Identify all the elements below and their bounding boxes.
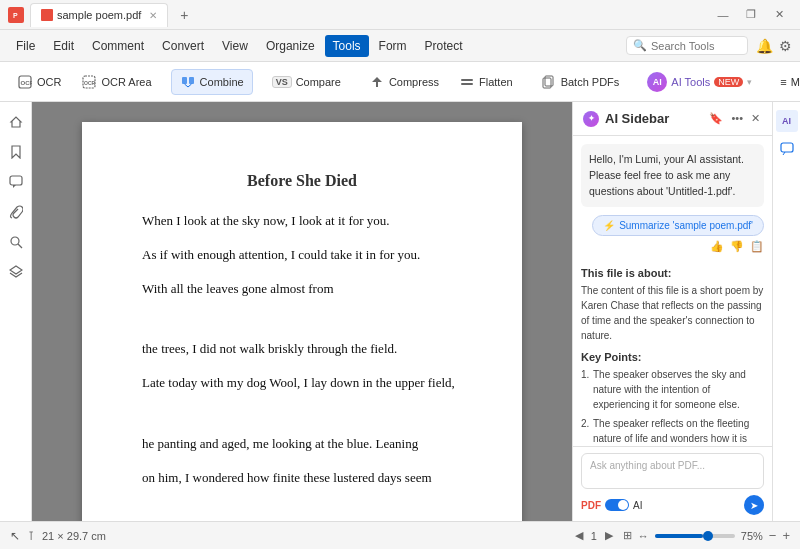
menu-edit[interactable]: Edit [45, 35, 82, 57]
menu-protect[interactable]: Protect [417, 35, 471, 57]
thumbs-up-btn[interactable]: 👍 [710, 240, 724, 253]
ai-label-bottom: AI [633, 500, 642, 511]
ai-tools-btn[interactable]: AI AI Tools NEW ▾ [638, 67, 761, 97]
prev-page-btn[interactable]: ◀ [571, 528, 587, 543]
summarize-icon: ⚡ [603, 220, 615, 231]
menu-convert[interactable]: Convert [154, 35, 212, 57]
sidebar-home-icon[interactable] [4, 110, 28, 134]
next-page-btn[interactable]: ▶ [601, 528, 617, 543]
svg-rect-2 [41, 9, 53, 21]
ai-file-about-title: This file is about: [581, 267, 764, 279]
status-bar: ↖ ⊺ 21 × 29.7 cm ◀ 1 ▶ ⊞ ↔ 75% − + [0, 521, 800, 549]
combine-btn[interactable]: Combine [171, 69, 253, 95]
more-icon: ≡ [780, 76, 786, 88]
ai-bottom-controls: PDF AI ➤ [581, 495, 764, 515]
svg-text:OCR: OCR [21, 80, 33, 86]
compress-btn[interactable]: Compress [360, 69, 448, 95]
zoom-out-btn[interactable]: − [769, 528, 777, 543]
compare-btn[interactable]: VS Compare [263, 71, 350, 93]
compress-icon [369, 74, 385, 90]
ocr-btn[interactable]: OCR OCR [8, 69, 70, 95]
pdf-para-3: With all the leaves gone almost from the… [142, 278, 462, 360]
toolbar: OCR OCR OCR OCR Area Combine VS Compare … [0, 62, 800, 102]
sidebar-bookmark-icon[interactable] [4, 140, 28, 164]
zoom-in-btn[interactable]: + [782, 528, 790, 543]
ai-send-btn[interactable]: ➤ [744, 495, 764, 515]
page-nav: ◀ 1 ▶ [571, 528, 617, 543]
svg-rect-7 [182, 77, 187, 84]
sidebar-layers-icon[interactable] [4, 260, 28, 284]
ai-badge: NEW [714, 77, 743, 87]
title-bar: P sample poem.pdf ✕ + — ❐ ✕ [0, 0, 800, 30]
pdf-para-2: As if with enough attention, I could tak… [142, 244, 462, 266]
menu-view[interactable]: View [214, 35, 256, 57]
svg-rect-10 [461, 83, 473, 85]
sidebar-search-icon[interactable] [4, 230, 28, 254]
menu-comment[interactable]: Comment [84, 35, 152, 57]
menu-organize[interactable]: Organize [258, 35, 323, 57]
svg-rect-9 [461, 79, 473, 81]
select-icon: ⊺ [28, 529, 34, 543]
ai-more-icon[interactable]: ••• [729, 110, 745, 127]
pdf-para-5: on him, I wondered how finite these lust… [142, 467, 462, 521]
ai-input-field[interactable]: Ask anything about PDF... [581, 453, 764, 489]
ocr-icon: OCR [17, 74, 33, 90]
menu-bar: File Edit Comment Convert View Organize … [0, 30, 800, 62]
search-tools-input[interactable] [651, 40, 741, 52]
batch-pdfs-icon [541, 74, 557, 90]
ocr-area-icon: OCR [81, 74, 97, 90]
flatten-icon [459, 74, 475, 90]
svg-rect-16 [781, 143, 793, 152]
ocr-label: OCR [37, 76, 61, 88]
ai-close-icon[interactable]: ✕ [749, 110, 762, 127]
ai-key-point-2: The speaker reflects on the fleeting nat… [581, 416, 764, 446]
search-tools-icon: 🔍 [633, 39, 647, 52]
pdf-viewer[interactable]: Before She Died When I look at the sky n… [32, 102, 572, 521]
maximize-btn[interactable]: ❐ [738, 2, 764, 28]
sidebar-comment-icon[interactable] [4, 170, 28, 194]
page-number: 1 [591, 530, 597, 542]
account-icon[interactable]: ⚙ [779, 38, 792, 54]
right-lumi-icon[interactable]: AI [776, 110, 798, 132]
ai-key-points-title: Key Points: [581, 351, 764, 363]
app-icon: P [8, 7, 24, 23]
flatten-btn[interactable]: Flatten [450, 69, 522, 95]
pdf-page: Before She Died When I look at the sky n… [82, 122, 522, 521]
svg-rect-8 [189, 77, 194, 84]
copy-btn[interactable]: 📋 [750, 240, 764, 253]
pdf-para-1: When I look at the sky now, I look at it… [142, 210, 462, 232]
sidebar-attachment-icon[interactable] [4, 200, 28, 224]
new-tab-btn[interactable]: + [174, 5, 194, 25]
zoom-slider[interactable] [655, 534, 735, 538]
fit-page-btn[interactable]: ⊞ [623, 529, 632, 542]
more-btn[interactable]: ≡ More ▾ [771, 71, 800, 93]
right-mini-bar: AI [772, 102, 800, 521]
ai-key-points-section: Key Points: The speaker observes the sky… [581, 351, 764, 446]
notification-icon[interactable]: 🔔 [756, 38, 773, 54]
menu-tools[interactable]: Tools [325, 35, 369, 57]
ai-sidebar-title: AI Sidebar [605, 111, 701, 126]
ocr-area-label: OCR Area [101, 76, 151, 88]
ai-input-placeholder: Ask anything about PDF... [590, 460, 705, 471]
batch-pdfs-btn[interactable]: Batch PDFs [532, 69, 629, 95]
ai-file-about-section: This file is about: The content of this … [581, 267, 764, 343]
ocr-area-btn[interactable]: OCR OCR Area [72, 69, 160, 95]
cursor-icon: ↖ [10, 529, 20, 543]
tab-close-btn[interactable]: ✕ [149, 10, 157, 21]
close-btn[interactable]: ✕ [766, 2, 792, 28]
ai-pdf-toggle[interactable] [605, 499, 629, 511]
right-chat-icon[interactable] [776, 138, 798, 160]
ai-summarize-pill-btn[interactable]: ⚡ Summarize 'sample poem.pdf' [592, 215, 764, 236]
svg-point-14 [11, 237, 19, 245]
menu-form[interactable]: Form [371, 35, 415, 57]
pdf-tab[interactable]: sample poem.pdf ✕ [30, 3, 168, 27]
fit-width-btn[interactable]: ↔ [638, 530, 649, 542]
batch-pdfs-label: Batch PDFs [561, 76, 620, 88]
thumbs-down-btn[interactable]: 👎 [730, 240, 744, 253]
ai-bookmark-icon[interactable]: 🔖 [707, 110, 725, 127]
minimize-btn[interactable]: — [710, 2, 736, 28]
status-bar-right: ◀ 1 ▶ ⊞ ↔ 75% − + [571, 528, 790, 543]
lumi-icon: AI [647, 72, 667, 92]
svg-line-15 [18, 244, 22, 248]
menu-file[interactable]: File [8, 35, 43, 57]
